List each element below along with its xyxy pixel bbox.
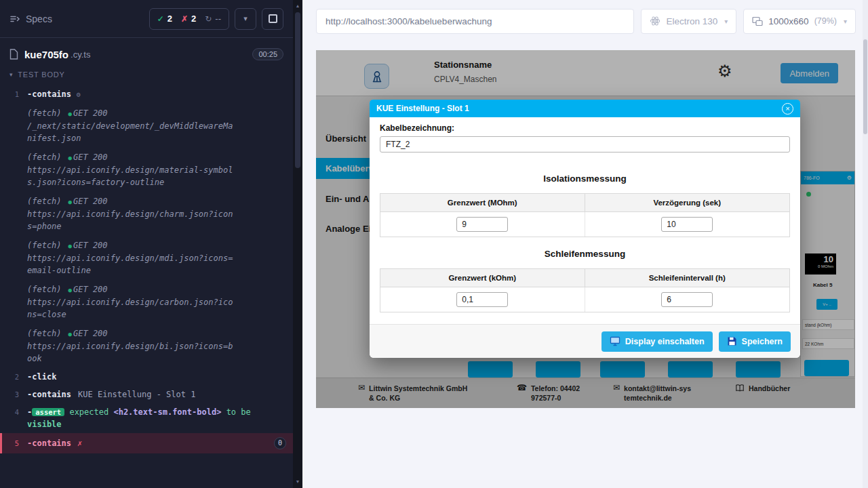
fetch-status: GET 200 xyxy=(73,108,108,118)
command-name: contains xyxy=(32,390,71,399)
stat-pending: ↻-- xyxy=(205,14,221,24)
command-name: click xyxy=(32,372,56,382)
chevron-down-icon: ▾ xyxy=(844,18,847,25)
retry-count-badge: 0 xyxy=(274,437,286,449)
chevron-down-icon: ▾ xyxy=(243,14,248,23)
display-on-button[interactable]: Display einschalten xyxy=(601,331,713,352)
fetch-url: https://api.iconify.design/carbon.json?i… xyxy=(27,296,234,321)
modal-title: KUE Einstellung - Slot 1 xyxy=(376,104,469,113)
assert-expected: expected xyxy=(69,407,108,417)
failed-cross-icon: ✗ xyxy=(181,14,188,24)
fetch-status: GET 200 xyxy=(73,329,108,338)
viewport-selector[interactable]: 1000x660 (79%) ▾ xyxy=(743,9,856,34)
network-log-entry[interactable]: (fetch)●GET 200 https://api.iconify.desi… xyxy=(0,192,293,236)
browser-selector[interactable]: Electron 130 ▾ xyxy=(641,9,736,34)
specs-list-icon xyxy=(9,14,20,24)
fetch-tag: (fetch) xyxy=(27,152,62,162)
chevron-down-icon: ▾ xyxy=(724,18,728,25)
gear-icon: ⚙ xyxy=(77,91,81,98)
viewport-icon xyxy=(752,16,763,26)
close-button[interactable]: × xyxy=(782,103,793,115)
status-dot-icon: ● xyxy=(68,199,72,205)
fetch-tag: (fetch) xyxy=(27,285,62,294)
command-argument: KUE Einstellung - Slot 1 xyxy=(78,390,195,399)
reporter-scroll-thumb[interactable] xyxy=(295,12,300,168)
fetch-tag: (fetch) xyxy=(27,108,62,118)
fetch-status: GET 200 xyxy=(73,285,108,294)
command-row-contains-failed[interactable]: 5 -contains✗ 0 xyxy=(0,433,293,453)
command-name: contains xyxy=(32,437,71,449)
reporter-sidebar: Specs ✓2 ✗2 ↻-- ▾ kue705fo .cy.ts 00:25 … xyxy=(0,0,293,488)
isolation-delay-header: Verzögerung (sek) xyxy=(585,194,790,211)
passed-check-icon: ✓ xyxy=(157,14,164,24)
fetch-url: /_next/static/development/_devMiddleware… xyxy=(27,120,234,144)
scroll-up-icon[interactable]: ▲ xyxy=(296,3,300,9)
command-row-click[interactable]: 2 -click xyxy=(0,368,293,386)
floppy-disk-icon xyxy=(727,336,737,346)
cable-name-label: Kabelbezeichnung: xyxy=(380,123,790,133)
modal-footer: Display einschalten Speichern xyxy=(370,324,800,358)
loop-interval-input[interactable] xyxy=(661,292,713,307)
fetch-url: https://api.iconify.design/bi.json?icons… xyxy=(27,340,234,365)
test-body-label: TEST BODY xyxy=(18,70,64,79)
command-name: contains xyxy=(32,89,71,99)
assert-badge: assert xyxy=(32,408,64,416)
loop-table: Grenzwert (kOhm) Schleifenintervall (h) xyxy=(380,268,790,312)
command-number: 4 xyxy=(0,406,27,418)
isolation-delay-input[interactable] xyxy=(661,217,713,232)
command-row-contains-1[interactable]: 1 -contains⚙ xyxy=(0,85,293,104)
spec-header[interactable]: kue705fo .cy.ts 00:25 xyxy=(0,38,293,68)
reporter-scrollbar[interactable]: ▲ ▼ xyxy=(293,0,302,488)
cable-name-input[interactable] xyxy=(380,136,790,152)
loop-section-title: Schleifenmessung xyxy=(380,249,790,259)
fetch-status: GET 200 xyxy=(73,197,108,206)
failed-count: 2 xyxy=(191,14,196,24)
command-number: 2 xyxy=(0,371,27,383)
url-address-bar[interactable]: http://localhost:3000/kabelueberwachung xyxy=(316,9,634,34)
loop-limit-input[interactable] xyxy=(456,292,508,307)
test-stats[interactable]: ✓2 ✗2 ↻-- xyxy=(149,8,229,30)
network-log-entry[interactable]: (fetch)●GET 200 /_next/static/developmen… xyxy=(0,104,293,148)
url-text: http://localhost:3000/kabelueberwachung xyxy=(326,16,492,26)
fail-cross-icon: ✗ xyxy=(77,437,82,449)
save-button[interactable]: Speichern xyxy=(719,331,791,352)
assert-state: visible xyxy=(27,420,62,429)
test-body-section[interactable]: ▾ TEST BODY xyxy=(0,68,293,85)
network-log-entry[interactable]: (fetch)●GET 200 https://api.iconify.desi… xyxy=(0,148,293,192)
status-dot-icon: ● xyxy=(68,331,72,338)
fetch-url: https://api.iconify.design/material-symb… xyxy=(27,164,234,188)
electron-atom-icon xyxy=(650,16,660,26)
assert-selector: <h2.text-sm.font-bold> xyxy=(113,407,221,417)
network-log-entry[interactable]: (fetch)●GET 200 https://api.iconify.desi… xyxy=(0,280,293,324)
specs-toggle-button[interactable]: Specs xyxy=(9,14,52,24)
spec-name: kue705fo xyxy=(24,49,68,60)
command-row-assert[interactable]: 4 -assert expected <h2.text-sm.font-bold… xyxy=(0,403,293,433)
fetch-status: GET 200 xyxy=(73,241,108,250)
close-icon: × xyxy=(785,105,789,113)
stat-failed: ✗2 xyxy=(181,14,196,24)
aut-iframe: Stationsname CPLV4_Maschen ⚙ Abmelden Üb… xyxy=(316,50,855,408)
command-number: 3 xyxy=(0,388,27,401)
stop-tests-button[interactable] xyxy=(262,8,283,30)
save-label: Speichern xyxy=(742,337,783,346)
fetch-tag: (fetch) xyxy=(27,329,62,338)
scroll-down-icon[interactable]: ▼ xyxy=(296,479,300,485)
loop-interval-header: Schleifenintervall (h) xyxy=(585,269,790,287)
chevron-down-icon: ▾ xyxy=(9,71,13,78)
isolation-table: Grenzwert (MOhm) Verzögerung (sek) xyxy=(380,193,790,237)
network-log-entry[interactable]: (fetch)●GET 200 https://api.iconify.desi… xyxy=(0,324,293,368)
page-scrollbar[interactable] xyxy=(863,0,868,488)
pending-spinner-icon: ↻ xyxy=(205,14,212,24)
monitor-icon xyxy=(610,336,620,346)
spec-duration: 00:25 xyxy=(252,48,283,60)
pending-count: -- xyxy=(215,14,221,24)
collapse-button[interactable]: ▾ xyxy=(235,8,256,30)
passed-count: 2 xyxy=(167,14,172,24)
command-row-contains-2[interactable]: 3 -containsKUE Einstellung - Slot 1 xyxy=(0,386,293,403)
modal-body: Kabelbezeichnung: Isolationsmessung Gren… xyxy=(370,117,800,312)
command-number: 1 xyxy=(0,88,27,100)
isolation-limit-input[interactable] xyxy=(456,217,508,232)
page-scroll-thumb[interactable] xyxy=(863,39,867,134)
network-log-entry[interactable]: (fetch)●GET 200 https://api.iconify.desi… xyxy=(0,236,293,280)
specs-label: Specs xyxy=(26,14,52,24)
